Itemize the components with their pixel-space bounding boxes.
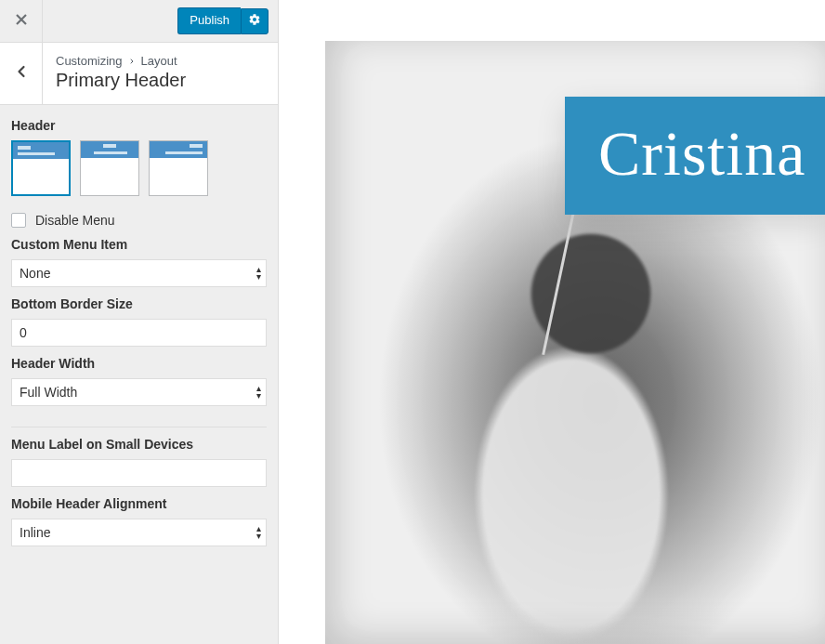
close-icon [14,12,29,31]
label-header-width: Header Width [11,356,267,371]
section-header: Customizing Layout Primary Header [0,43,278,105]
disable-menu-label: Disable Menu [35,213,115,228]
customizer-topbar: Publish [0,0,278,43]
disable-menu-row: Disable Menu [11,213,267,228]
controls-body: Header Disable Menu Custom Menu Item Non… [0,105,278,644]
section-title: Primary Header [56,70,265,91]
header-layout-options [11,140,267,196]
preview-pane: Cristina [279,0,825,644]
breadcrumb-section: Layout [141,54,177,68]
bottom-border-input[interactable] [11,319,267,347]
chevron-right-icon [128,54,136,68]
divider [11,427,267,427]
breadcrumb-root: Customizing [56,54,123,68]
header-layout-left[interactable] [11,140,71,196]
label-menu-small: Menu Label on Small Devices [11,437,267,452]
hero-title-text: Cristina [598,118,805,189]
header-layout-right[interactable] [149,140,208,196]
label-bottom-border: Bottom Border Size [11,296,267,311]
hero-title-chip: Cristina [565,97,825,215]
mobile-align-select[interactable]: Inline [11,519,267,546]
publish-settings-button[interactable] [241,8,268,34]
publish-actions: Publish [177,7,268,34]
back-button[interactable] [0,43,43,104]
menu-label-small-input[interactable] [11,459,267,487]
chevron-left-icon [12,62,31,85]
gear-icon [248,13,261,30]
label-custom-menu-item: Custom Menu Item [11,237,267,252]
disable-menu-checkbox[interactable] [11,213,26,228]
header-width-select[interactable]: Full Width [11,378,267,406]
header-layout-center[interactable] [80,140,139,196]
label-mobile-align: Mobile Header Alignment [11,496,267,511]
publish-button[interactable]: Publish [177,7,241,34]
preview-content: Cristina [325,41,825,644]
customizer-panel: Publish Customizing Layout Primary Heade… [0,0,279,644]
label-header: Header [11,118,267,133]
breadcrumb: Customizing Layout Primary Header [43,43,278,104]
close-button[interactable] [0,0,43,43]
custom-menu-item-select[interactable]: None [11,259,267,287]
